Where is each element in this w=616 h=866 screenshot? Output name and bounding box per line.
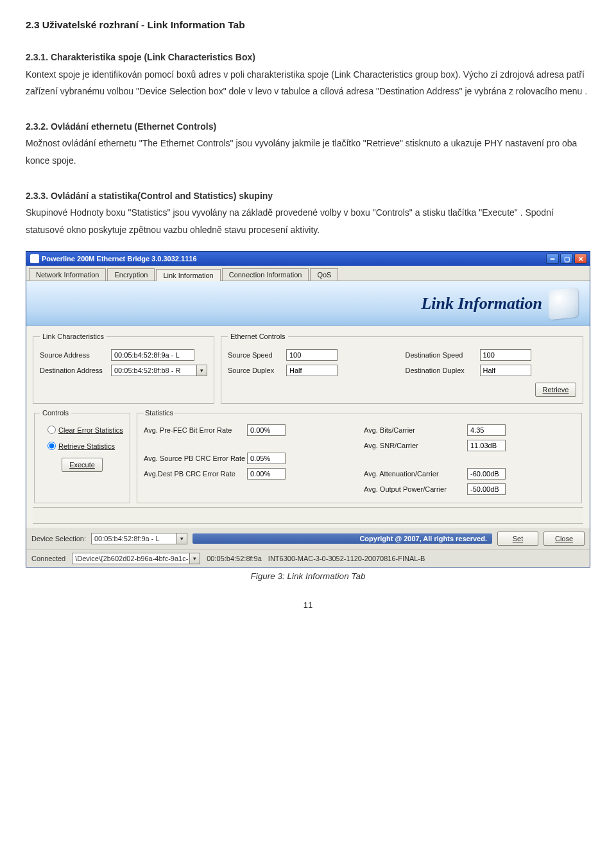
label-prefec: Avg. Pre-FEC Bit Error Rate [144,426,243,434]
heading-2-3-1: 2.3.1. Charakteristika spoje (Link Chara… [26,52,255,62]
paragraph-232: 2.3.2. Ovládání ethernetu (Ethernet Cont… [26,118,590,169]
tab-strip: Network Information Encryption Link Info… [26,266,590,281]
tab-network-information[interactable]: Network Information [29,268,106,281]
page-number: 11 [26,600,590,610]
input-source-address[interactable] [111,349,194,361]
label-device-selection: Device Selection: [31,535,86,542]
close-window-button[interactable]: ✕ [574,254,587,264]
app-icon [30,254,39,263]
label-radio-clear: Clear Error Statistics [58,426,123,434]
legend-statistics: Statistics [144,409,175,417]
maximize-button[interactable]: ▢ [560,254,573,264]
legend-link-characteristics: Link Characteristics [40,333,107,340]
label-destination-duplex: Destination Duplex [406,367,476,374]
label-attenuation-carrier: Avg. Attenuation/Carrier [364,470,463,478]
window-title: Powerline 200M Ethernet Bridge 3.0.3032.… [42,255,197,263]
banner-title: Link Information [421,294,542,313]
dropdown-destination-address[interactable]: 00:05:b4:52:8f:b8 - R ▾ [111,365,207,376]
status-mac: 00:05:b4:52:8f:9a [207,555,262,562]
label-source-duplex: Source Duplex [228,367,282,374]
set-button[interactable]: Set [497,532,538,546]
tab-qos[interactable]: QoS [310,268,338,281]
device-path-value: \Device\{2b602d02-b96a-4bfc-9a1c- [75,555,188,562]
dropdown-device-selection-value: 00:05:b4:52:8f:9a - L [94,535,160,542]
radio-retrieve-statistics[interactable] [47,442,56,450]
value-bits-carrier[interactable] [467,424,506,436]
chevron-down-icon: ▾ [189,553,200,564]
legend-controls: Controls [40,409,71,417]
value-srcpb[interactable] [247,453,286,464]
legend-ethernet-controls: Ethernet Controls [228,333,288,340]
banner: Link Information [26,281,590,326]
value-snr-carrier[interactable] [467,440,506,451]
radio-clear-error-statistics[interactable] [47,426,56,434]
heading-2-3-2: 2.3.2. Ovládání ethernetu (Ethernet Cont… [26,121,216,132]
tab-link-information[interactable]: Link Information [156,269,220,281]
input-destination-duplex[interactable] [480,365,531,376]
close-button[interactable]: Close [543,532,585,546]
input-destination-speed[interactable] [480,349,531,361]
label-source-address: Source Address [40,351,107,359]
status-message-area [33,507,583,524]
value-prefec[interactable] [247,424,286,436]
group-ethernet-controls: Ethernet Controls Source Speed Source Du… [221,333,583,404]
copyright-text: Copyright @ 2007, All rights reserved. [193,533,492,544]
value-attenuation-carrier[interactable] [467,468,506,480]
label-dstpb: Avg.Dest PB CRC Error Rate [144,470,243,478]
figure-caption: Figure 3: Link Information Tab [26,571,590,581]
value-dstpb[interactable] [247,468,286,480]
dropdown-destination-address-value: 00:05:b4:52:8f:b8 - R [114,367,180,374]
input-source-speed[interactable] [286,349,338,361]
value-output-power-carrier[interactable] [467,483,506,495]
label-radio-retrieve: Retrieve Statistics [58,442,115,450]
group-controls: Controls Clear Error Statistics Retrieve… [34,409,130,503]
app-window: Powerline 200M Ethernet Bridge 3.0.3032.… [26,251,590,567]
execute-button[interactable]: Execute [62,458,103,472]
retrieve-button[interactable]: Retrieve [535,383,576,397]
label-destination-address: Destination Address [40,367,107,374]
text-232: Možnost ovládání ethernetu "The Ethernet… [26,138,577,166]
label-destination-speed: Destination Speed [406,351,476,359]
footer-bar: Device Selection: 00:05:b4:52:8f:9a - L … [26,528,590,550]
text-233: Skupinové Hodnoty boxu "Statistics" jsou… [26,207,554,235]
label-output-power-carrier: Avg. Output Power/Carrier [364,485,463,493]
tab-encryption[interactable]: Encryption [107,268,155,281]
text-231: Kontext spoje je identifikován pomocí bo… [26,69,587,97]
dropdown-device-path[interactable]: \Device\{2b602d02-b96a-4bfc-9a1c- ▾ [72,553,200,564]
label-snr-carrier: Avg. SNR/Carrier [364,442,463,449]
banner-icon [549,287,578,320]
heading-2-3-3: 2.3.3. Ovládání a statistika(Control and… [26,191,273,201]
chevron-down-icon: ▾ [196,365,207,376]
minimize-button[interactable]: ━ [546,254,559,264]
group-statistics: Statistics Avg. Pre-FEC Bit Error Rate A… [137,409,582,503]
input-source-duplex[interactable] [286,365,338,376]
status-firmware: INT6300-MAC-3-0-3052-1120-20070816-FINAL… [268,555,425,562]
label-srcpb: Avg. Source PB CRC Error Rate [144,455,243,462]
titlebar: Powerline 200M Ethernet Bridge 3.0.3032.… [26,252,590,266]
dropdown-device-selection[interactable]: 00:05:b4:52:8f:9a - L ▾ [91,533,187,544]
label-source-speed: Source Speed [228,351,282,359]
heading-2-3: 2.3 Uživatelské rozhraní - Link Informat… [26,19,590,31]
group-link-characteristics: Link Characteristics Source Address Dest… [33,333,214,404]
paragraph-233: 2.3.3. Ovládání a statistika(Control and… [26,187,590,239]
label-bits-carrier: Avg. Bits/Carrier [364,426,463,434]
chevron-down-icon: ▾ [176,533,187,544]
status-connected: Connected [31,555,65,562]
tab-connection-information[interactable]: Connection Information [222,268,309,281]
paragraph-231: 2.3.1. Charakteristika spoje (Link Chara… [26,49,590,100]
statusbar: Connected \Device\{2b602d02-b96a-4bfc-9a… [26,550,590,567]
